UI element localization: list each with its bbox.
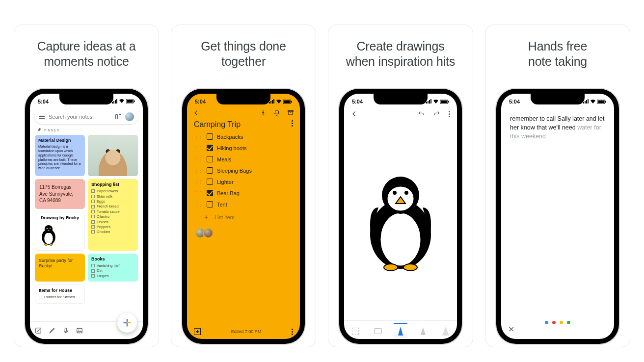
checkbox[interactable] <box>207 167 213 174</box>
svg-point-7 <box>47 228 47 229</box>
more-icon[interactable] <box>292 329 293 335</box>
checklist-item[interactable]: ⋮⋮Meals <box>192 154 295 165</box>
layout-toggle-icon[interactable] <box>115 114 121 119</box>
search-bar[interactable]: Search your notes <box>35 109 138 124</box>
drag-handle-icon[interactable]: ⋮⋮ <box>194 190 203 196</box>
checkbox-icon[interactable] <box>35 327 42 334</box>
drag-handle-icon[interactable]: ⋮⋮ <box>194 179 203 184</box>
add-content-icon[interactable] <box>194 328 201 335</box>
pen-tool[interactable] <box>394 323 407 338</box>
note-surprise-party[interactable]: Surprise party for Rocky! <box>35 254 85 282</box>
back-icon[interactable] <box>351 110 358 117</box>
checklist-item[interactable]: ⋮⋮Bear Bag <box>192 187 295 199</box>
svg-point-36 <box>403 264 417 271</box>
back-icon[interactable] <box>193 109 200 116</box>
panel-create-drawings: Create drawingswhen inspiration hits 5:0… <box>328 25 473 347</box>
panel-title: Create drawingswhen inspiration hits <box>346 39 455 70</box>
note-title-row: Camping Trip <box>187 117 300 131</box>
search-placeholder: Search your notes <box>49 114 111 120</box>
status-icons <box>111 99 135 104</box>
checkbox[interactable] <box>207 179 213 185</box>
drag-handle-icon[interactable]: ⋮⋮ <box>194 168 203 173</box>
wifi-icon <box>590 99 596 104</box>
panel-hands-free: Hands freenote taking 5:04 remember to c… <box>485 25 630 347</box>
drag-handle-icon[interactable]: ⋮⋮ <box>194 134 203 139</box>
brush-icon[interactable] <box>49 327 55 334</box>
eraser-tool[interactable] <box>371 323 385 338</box>
account-avatar[interactable] <box>125 112 134 121</box>
more-icon[interactable] <box>292 120 293 129</box>
wifi-icon <box>119 99 125 104</box>
svg-point-16 <box>78 329 79 330</box>
checkbox[interactable] <box>207 145 213 151</box>
checkbox[interactable] <box>207 133 213 140</box>
pin-icon <box>37 128 42 132</box>
note-drawing-rocky[interactable]: Drawing by Rocky <box>35 212 85 251</box>
note-address[interactable]: 1175 Borregas Ave Sunnyvale, CA 94089 <box>35 179 85 209</box>
checklist-item[interactable]: ⋮⋮Backpacks <box>192 131 295 142</box>
checklist-item[interactable]: ⋮⋮Lighter <box>192 176 295 187</box>
svg-point-33 <box>404 191 408 195</box>
battery-icon <box>440 100 449 104</box>
notch <box>531 94 585 104</box>
drag-handle-icon[interactable]: ⋮⋮ <box>194 145 203 151</box>
shopping-items: Paper towels Skim milk Eggs French bread… <box>91 189 134 234</box>
status-icons <box>583 99 606 104</box>
close-icon[interactable]: ✕ <box>508 325 514 334</box>
note-dog-photo[interactable] <box>88 135 138 176</box>
panel-capture-ideas: Capture ideas at amoments notice 5:04 <box>14 25 159 347</box>
checkbox[interactable] <box>207 190 213 196</box>
note-shopping-list[interactable]: Shopping list Paper towels Skim milk Egg… <box>88 179 138 251</box>
select-tool[interactable] <box>349 323 362 338</box>
collaborator-avatar[interactable] <box>203 228 214 238</box>
drag-handle-icon[interactable]: ⋮⋮ <box>194 156 203 162</box>
checklist-item[interactable]: ⋮⋮Tent <box>192 199 295 210</box>
svg-point-4 <box>44 233 53 244</box>
more-icon[interactable] <box>449 111 450 117</box>
panel-title: Capture ideas at amoments notice <box>37 39 136 70</box>
marker-tool[interactable] <box>416 323 430 338</box>
mic-icon[interactable] <box>62 327 69 334</box>
bottom-toolbar <box>30 321 143 339</box>
note-items-house[interactable]: Items for House Runner for Kitchen <box>35 284 85 304</box>
svg-rect-38 <box>598 100 604 103</box>
note-books[interactable]: Books Vanishing half Dirt Elegies <box>88 254 138 282</box>
penguin-mini-icon <box>39 224 58 246</box>
image-icon[interactable] <box>76 327 83 334</box>
svg-point-9 <box>50 228 51 229</box>
note-material-design[interactable]: Material Design Material design is a fou… <box>35 135 85 176</box>
undo-icon[interactable] <box>417 110 425 117</box>
svg-rect-39 <box>605 101 606 103</box>
dot-icon <box>552 321 556 324</box>
note-toolbar <box>187 106 300 117</box>
highlighter-tool[interactable] <box>439 323 453 338</box>
menu-icon[interactable] <box>39 115 45 119</box>
collaborators[interactable] <box>187 222 300 244</box>
checklist-item[interactable]: ⋮⋮Hiking boots <box>192 142 295 154</box>
redo-icon[interactable] <box>433 110 441 117</box>
drag-handle-icon[interactable]: ⋮⋮ <box>194 202 203 207</box>
svg-point-29 <box>380 212 421 266</box>
drawing-canvas[interactable] <box>344 119 457 320</box>
pin-icon[interactable] <box>260 109 267 116</box>
reminder-icon[interactable] <box>273 109 280 116</box>
archive-icon[interactable] <box>287 109 294 116</box>
checkbox[interactable] <box>207 201 213 207</box>
notch <box>374 94 428 104</box>
add-list-item[interactable]: ＋ List item <box>187 210 300 222</box>
svg-point-11 <box>45 243 48 245</box>
battery-icon <box>126 99 135 104</box>
note-title[interactable]: Camping Trip <box>194 120 241 129</box>
wifi-icon <box>433 99 439 104</box>
svg-rect-26 <box>441 100 447 103</box>
phone-frame: 5:04 Search you <box>25 89 148 344</box>
drawing-tools <box>344 320 457 339</box>
svg-rect-20 <box>128 322 131 324</box>
phone-screen: 5:04 Camping Trip <box>187 94 300 339</box>
svg-rect-22 <box>284 100 290 103</box>
status-time: 5:04 <box>509 99 520 104</box>
checkbox[interactable] <box>207 156 213 162</box>
checklist-item[interactable]: ⋮⋮Sleeping Bags <box>192 165 295 176</box>
app-store-panels: Capture ideas at amoments notice 5:04 <box>0 0 644 362</box>
create-note-fab[interactable] <box>117 313 137 333</box>
